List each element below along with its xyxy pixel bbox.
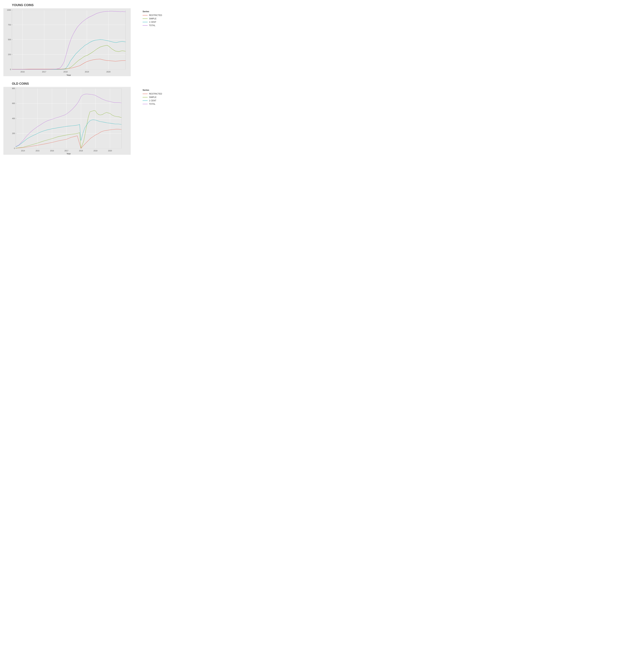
old-coins-chart-area: OLD COINS [3,82,139,155]
old-total-label: TOTAL [149,103,155,105]
1cent-label: 1 CENT [149,21,156,23]
svg-text:1000: 1000 [7,9,11,11]
svg-text:2017: 2017 [64,150,68,152]
old-coins-section: OLD COINS [3,82,166,155]
total-label: TOTAL [149,24,155,27]
young-legend-1cent: 1 CENT [143,21,166,23]
old-restricted-label: RESTRICTED [149,93,162,95]
old-coins-title: OLD COINS [3,82,139,85]
old-legend-title: Series [143,89,166,91]
svg-text:0: 0 [14,147,15,150]
svg-text:400: 400 [12,118,15,120]
svg-text:2014: 2014 [21,150,25,152]
young-legend-title: Series [143,10,166,13]
svg-text:800: 800 [12,88,15,90]
svg-text:2020: 2020 [108,150,112,152]
young-coins-svg: 0 250 500 750 1000 2016 2017 2018 2019 2… [3,8,131,76]
old-legend-1cent: 1 CENT [143,99,166,102]
simple-label: SIMPLE [149,17,156,20]
svg-text:250: 250 [8,53,11,56]
old-simple-label: SIMPLE [149,96,156,98]
old-1cent-color-swatch [143,100,147,101]
svg-text:2018: 2018 [63,71,67,73]
young-legend-restricted: RESTRICTED [143,14,166,16]
svg-text:750: 750 [8,24,11,26]
old-legend-total: TOTAL [143,103,166,105]
svg-text:600: 600 [12,103,15,104]
svg-text:Year: Year [66,153,71,155]
old-1cent-label: 1 CENT [149,99,156,102]
old-legend-simple: SIMPLE [143,96,166,98]
young-coins-legend: Series RESTRICTED SIMPLE 1 CENT TOTAL [139,3,166,28]
young-coins-title: YOUNG COINS [3,3,139,7]
young-legend-simple: SIMPLE [143,17,166,20]
old-coins-svg: 0 200 400 600 800 2014 2015 2016 2017 20… [3,87,131,155]
old-legend-restricted: RESTRICTED [143,93,166,95]
old-restricted-color-swatch [143,94,147,94]
young-coins-chart-area: YOUNG COINS [3,3,139,77]
young-coins-section: YOUNG COINS [3,3,166,77]
simple-color-swatch [143,18,147,19]
svg-text:500: 500 [8,38,11,41]
page-container: YOUNG COINS [3,3,166,155]
svg-text:2015: 2015 [36,150,40,152]
svg-text:200: 200 [12,132,15,135]
svg-text:Year: Year [66,74,71,76]
svg-text:0: 0 [10,68,11,71]
restricted-color-swatch [143,15,147,15]
svg-text:2016: 2016 [20,71,25,73]
svg-text:2019: 2019 [94,150,97,152]
old-simple-color-swatch [143,97,147,97]
svg-text:2019: 2019 [85,71,89,73]
svg-text:2017: 2017 [42,71,46,73]
svg-text:2018: 2018 [79,150,83,152]
young-legend-total: TOTAL [143,24,166,27]
svg-text:2016: 2016 [50,150,54,152]
svg-text:2020: 2020 [106,71,110,73]
total-color-swatch [143,25,147,26]
1cent-color-swatch [143,22,147,22]
old-coins-legend: Series RESTRICTED SIMPLE 1 CENT TOTAL [139,82,166,106]
old-total-color-swatch [143,104,147,104]
restricted-label: RESTRICTED [149,14,162,16]
